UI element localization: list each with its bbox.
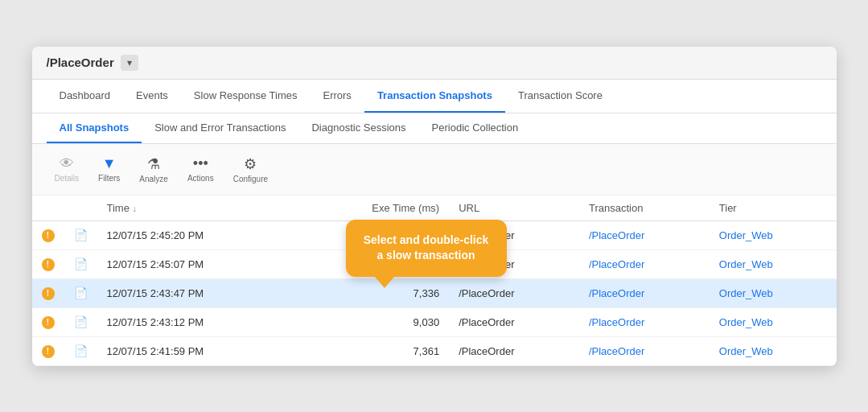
subtab-all-snapshots[interactable]: All Snapshots (47, 113, 142, 143)
analyze-label: Analyze (139, 175, 168, 183)
doc-cell: 📄 (64, 278, 97, 307)
table-row[interactable]: ! 📄 12/07/15 2:45:07 PM 7,359 /PlaceOrde… (32, 249, 837, 278)
configure-icon: ⚙ (244, 155, 257, 173)
doc-icon: 📄 (74, 344, 88, 357)
transaction-link[interactable]: /PlaceOrder (589, 229, 644, 241)
filters-icon: ▼ (102, 155, 117, 172)
details-label: Details (55, 174, 80, 183)
tier-link[interactable]: Order_Web (719, 316, 773, 328)
url-cell: /PlaceOrder (449, 249, 579, 278)
exe-time-cell: 7,361 (298, 336, 449, 365)
tier-cell: Order_Web (710, 278, 837, 307)
warning-icon: ! (42, 316, 55, 329)
doc-cell: 📄 (64, 336, 97, 365)
col-exe-time[interactable]: Exe Time (ms) (298, 196, 449, 221)
url-cell: /PlaceOrder (449, 220, 579, 249)
url-cell: /PlaceOrder (449, 307, 579, 336)
time-cell: 12/07/15 2:43:12 PM (97, 307, 299, 336)
configure-button[interactable]: ⚙ Configure (225, 150, 276, 188)
transaction-cell: /PlaceOrder (579, 336, 710, 365)
doc-cell: 📄 (64, 220, 97, 249)
title-bar: /PlaceOrder ▾ (32, 47, 837, 80)
transaction-cell: /PlaceOrder (579, 278, 710, 307)
transaction-cell: /PlaceOrder (579, 220, 710, 249)
actions-button[interactable]: ••• Actions (179, 150, 222, 187)
tab-events[interactable]: Events (123, 80, 181, 113)
col-doc (64, 196, 97, 221)
doc-cell: 📄 (64, 249, 97, 278)
main-window: /PlaceOrder ▾ Dashboard Events Slow Resp… (32, 47, 837, 366)
warning-cell: ! (32, 278, 64, 307)
window-title: /PlaceOrder (47, 56, 114, 69)
table-body: ! 📄 12/07/15 2:45:20 PM 7,479 /PlaceOrde… (32, 220, 837, 365)
warning-icon: ! (42, 258, 55, 271)
configure-label: Configure (233, 175, 268, 183)
warning-cell: ! (32, 307, 64, 336)
doc-icon: 📄 (74, 315, 88, 328)
actions-label: Actions (187, 174, 214, 183)
details-icon: 👁 (60, 155, 74, 172)
doc-icon: 📄 (74, 286, 88, 299)
tier-link[interactable]: Order_Web (719, 258, 773, 270)
table-row[interactable]: ! 📄 12/07/15 2:41:59 PM 7,361 /PlaceOrde… (32, 336, 837, 365)
exe-time-cell: 7,359 (298, 249, 449, 278)
tab-dashboard[interactable]: Dashboard (47, 80, 124, 113)
title-dropdown-button[interactable]: ▾ (121, 55, 138, 71)
filters-button[interactable]: ▼ Filters (90, 150, 128, 187)
tier-cell: Order_Web (710, 307, 837, 336)
actions-icon: ••• (193, 155, 208, 172)
snapshots-table: Time ↓ Exe Time (ms) URL Transaction Tie… (32, 196, 837, 366)
url-cell: /PlaceOrder (449, 278, 579, 307)
table-row[interactable]: ! 📄 12/07/15 2:43:47 PM 7,336 /PlaceOrde… (32, 278, 837, 307)
sort-icon: ↓ (133, 204, 138, 213)
table-container: Select and double-click a slow transacti… (32, 196, 837, 366)
col-url: URL (449, 196, 579, 221)
time-cell: 12/07/15 2:41:59 PM (97, 336, 299, 365)
subtab-diagnostic[interactable]: Diagnostic Sessions (298, 113, 418, 143)
tier-link[interactable]: Order_Web (719, 229, 773, 241)
toolbar: 👁 Details ▼ Filters ⚗ Analyze ••• Action… (32, 144, 837, 196)
transaction-cell: /PlaceOrder (579, 307, 710, 336)
tier-cell: Order_Web (710, 220, 837, 249)
warning-cell: ! (32, 220, 64, 249)
doc-cell: 📄 (64, 307, 97, 336)
transaction-link[interactable]: /PlaceOrder (589, 287, 644, 299)
tier-link[interactable]: Order_Web (719, 345, 773, 357)
analyze-button[interactable]: ⚗ Analyze (131, 150, 176, 188)
transaction-link[interactable]: /PlaceOrder (589, 258, 644, 270)
analyze-icon: ⚗ (147, 155, 160, 173)
exe-time-cell: 7,336 (298, 278, 449, 307)
tier-cell: Order_Web (710, 336, 837, 365)
exe-time-cell: 7,479 (298, 220, 449, 249)
warning-icon: ! (42, 287, 55, 300)
tab-errors[interactable]: Errors (310, 80, 364, 113)
warning-cell: ! (32, 249, 64, 278)
tier-link[interactable]: Order_Web (719, 287, 773, 299)
warning-icon: ! (42, 229, 55, 242)
transaction-link[interactable]: /PlaceOrder (589, 316, 644, 328)
time-cell: 12/07/15 2:45:20 PM (97, 220, 299, 249)
col-transaction: Transaction (579, 196, 710, 221)
tab-slow-response[interactable]: Slow Response Times (181, 80, 311, 113)
transaction-link[interactable]: /PlaceOrder (589, 345, 644, 357)
url-cell: /PlaceOrder (449, 336, 579, 365)
transaction-cell: /PlaceOrder (579, 249, 710, 278)
tab-transaction-score[interactable]: Transaction Score (505, 80, 615, 113)
time-cell: 12/07/15 2:43:47 PM (97, 278, 299, 307)
table-row[interactable]: ! 📄 12/07/15 2:45:20 PM 7,479 /PlaceOrde… (32, 220, 837, 249)
tab-transaction-snapshots[interactable]: Transaction Snapshots (364, 80, 505, 113)
time-cell: 12/07/15 2:45:07 PM (97, 249, 299, 278)
doc-icon: 📄 (74, 258, 88, 270)
nav-tabs: Dashboard Events Slow Response Times Err… (32, 80, 837, 113)
subtab-slow-error[interactable]: Slow and Error Transactions (142, 113, 298, 143)
col-warning (32, 196, 64, 221)
details-button[interactable]: 👁 Details (47, 150, 88, 187)
tier-cell: Order_Web (710, 249, 837, 278)
table-row[interactable]: ! 📄 12/07/15 2:43:12 PM 9,030 /PlaceOrde… (32, 307, 837, 336)
filters-label: Filters (98, 174, 120, 183)
col-tier: Tier (710, 196, 837, 221)
subtab-periodic[interactable]: Periodic Collection (419, 113, 532, 143)
col-time[interactable]: Time ↓ (97, 196, 299, 221)
doc-icon: 📄 (74, 229, 88, 241)
exe-time-cell: 9,030 (298, 307, 449, 336)
